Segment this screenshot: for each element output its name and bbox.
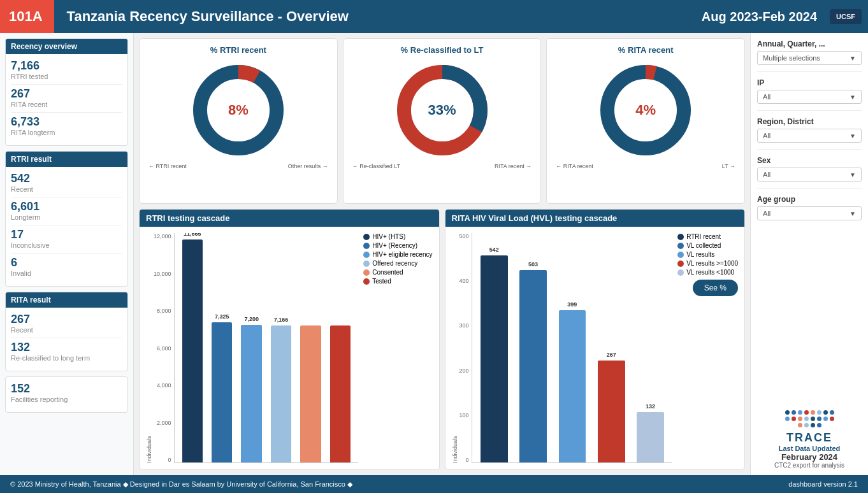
rtri-bar-rect xyxy=(300,325,321,462)
rita-bars-container: 542503399267132 xyxy=(472,233,673,462)
rtri-longterm-label: Longterm xyxy=(11,213,122,221)
rita-legend-label: VL results <1000 xyxy=(686,269,734,276)
chevron-down-icon-ip: ▼ xyxy=(850,94,856,101)
rita-y-label: 200 xyxy=(459,368,469,374)
facilities-body: 152 Facilities reporting xyxy=(6,377,127,412)
rita-legend-dot xyxy=(677,269,684,276)
rita-bar-rect: 132 xyxy=(637,412,664,462)
trace-dot xyxy=(830,417,834,421)
see-pct-button[interactable]: See % xyxy=(693,280,738,296)
trace-dot xyxy=(817,423,821,427)
trace-dots xyxy=(784,410,835,427)
rita-bar-value: 267 xyxy=(607,352,616,358)
sex-filter-select[interactable]: All ▼ xyxy=(757,168,862,182)
region-filter-label: Region, District xyxy=(757,117,862,126)
header-date: Aug 2023-Feb 2024 xyxy=(702,10,830,24)
rtri-bar-value: 7,325 xyxy=(215,313,229,320)
period-filter-select[interactable]: Multiple selections ▼ xyxy=(757,51,862,65)
rtri-longterm-stat: 6,601 Longterm xyxy=(11,200,122,221)
rita-result-body: 267 Recent 132 Re-classified to long ter… xyxy=(6,308,127,371)
rita-legend-dot xyxy=(677,261,684,267)
rtri-y-label: 4,000 xyxy=(157,382,171,389)
rtri-y-label: 10,000 xyxy=(154,271,171,277)
trace-dot xyxy=(830,410,834,415)
donut-value-1: 33% xyxy=(428,102,456,118)
rita-bar-value: 132 xyxy=(646,403,655,410)
rita-y-label: 0 xyxy=(466,457,469,463)
footer: © 2023 Ministry of Health, Tanzania ◆ De… xyxy=(0,475,868,493)
rtri-result-section: RTRI result 542 Recent 6,601 Longterm 17… xyxy=(5,151,128,287)
donut-wrapper-2: 4% xyxy=(598,62,693,158)
trace-dot xyxy=(804,423,809,427)
rita-result-recent-label: Recent xyxy=(11,326,122,334)
donut-value-0: 8% xyxy=(228,102,249,118)
age-filter-select[interactable]: All ▼ xyxy=(757,206,862,220)
rtri-chart-wrapper: Individuals 12,00010,0008,0006,0004,0002… xyxy=(146,233,358,463)
rtri-legend-item: Offered recency xyxy=(363,260,432,267)
rtri-inconclusive-number: 17 xyxy=(11,228,122,241)
rtri-y-label: 2,000 xyxy=(157,420,171,426)
rtri-y-labels: 12,00010,0008,0006,0004,0002,0000 xyxy=(154,233,174,463)
facilities-label: Facilities reporting xyxy=(11,396,122,403)
donut-card-2: % RITA recent4%← RITA recentLT → xyxy=(546,38,745,204)
rita-legend: RTRI recentVL collectedVL resultsVL resu… xyxy=(677,233,738,276)
rita-bar-value: 399 xyxy=(567,301,577,308)
rtri-inconclusive-label: Inconclusive xyxy=(11,241,122,249)
donut-annotations-2: ← RITA recentLT → xyxy=(553,163,738,169)
donut-row: % RTRI recent8%← RTRI recentOther result… xyxy=(139,38,745,204)
rita-cascade-body: Individuals 5004003002001000 54250339926… xyxy=(452,233,739,463)
region-filter: Region, District All ▼ xyxy=(757,117,862,143)
rtri-legend-dot xyxy=(363,269,370,276)
rita-chart-area: 542503399267132 xyxy=(472,233,673,463)
period-filter: Annual, Quarter, ... Multiple selections… xyxy=(757,39,862,65)
donut-card-0: % RTRI recent8%← RTRI recentOther result… xyxy=(139,38,338,204)
rtri-result-body: 542 Recent 6,601 Longterm 17 Inconclusiv… xyxy=(6,167,127,286)
donut-label2-1: RITA recent → xyxy=(495,163,532,169)
bar-row: RTRI testing cascade Individuals 12,0001… xyxy=(139,209,745,470)
period-filter-value: Multiple selections xyxy=(763,54,820,62)
rtri-bar-rect: 11,665 xyxy=(182,239,203,462)
region-filter-select[interactable]: All ▼ xyxy=(757,129,862,143)
rita-right-panel: RTRI recentVL collectedVL resultsVL resu… xyxy=(672,233,738,463)
rtri-legend-item: HIV+ (Recency) xyxy=(363,242,432,249)
trace-dot xyxy=(798,423,802,427)
age-filter: Age group All ▼ xyxy=(757,195,862,220)
rita-legend-label: VL collected xyxy=(686,242,721,249)
rtri-bar-value: 7,200 xyxy=(244,316,259,322)
rita-recent-stat: 267 RITA recent xyxy=(11,87,122,108)
sex-filter-value: All xyxy=(763,171,770,178)
trace-dot xyxy=(804,410,809,415)
rtri-recent-number: 542 xyxy=(11,172,122,185)
trace-dot xyxy=(798,410,802,415)
trace-updated-label: Last Data Updated xyxy=(779,445,841,452)
ip-filter: IP All ▼ xyxy=(757,78,862,104)
rita-recent-label: RITA recent xyxy=(11,101,122,108)
rita-cascade-card: RITA HIV Viral Load (HVL) testing cascad… xyxy=(445,209,746,470)
rtri-bar-rect xyxy=(330,325,351,462)
rita-bar-value: 542 xyxy=(489,246,499,253)
donut-card-1: % Re-classified to LT33%← Re-classified … xyxy=(343,38,542,204)
rtri-legend-item: Tested xyxy=(363,278,432,285)
rita-longterm-number: 6,733 xyxy=(11,115,122,129)
donut-value-2: 4% xyxy=(635,102,656,118)
recency-overview-section: Recency overview 7,166 RTRI tested 267 R… xyxy=(5,38,128,146)
sex-filter-label: Sex xyxy=(757,156,862,165)
trace-dot xyxy=(798,417,802,421)
rtri-bar xyxy=(298,233,323,462)
rita-legend-label: VL results xyxy=(686,251,714,258)
recency-overview-body: 7,166 RTRI tested 267 RITA recent 6,733 … xyxy=(6,54,127,145)
rita-bar: 399 xyxy=(555,233,589,462)
rtri-legend-label: Tested xyxy=(372,278,391,285)
footer-left: © 2023 Ministry of Health, Tanzania ◆ De… xyxy=(10,480,352,489)
rtri-y-label: 6,000 xyxy=(157,345,171,352)
rita-result-recent-stat: 267 Recent xyxy=(11,313,122,334)
rtri-bar: 11,665 xyxy=(180,233,205,462)
donut-label2-2: LT → xyxy=(722,163,735,169)
rtri-invalid-stat: 6 Invalid xyxy=(11,256,122,277)
rtri-bar: 7,325 xyxy=(209,233,235,462)
rita-legend-item: VL collected xyxy=(677,242,738,249)
header-logo: UCSF xyxy=(830,9,862,24)
rtri-chart-area: 11,6657,3257,2007,166 xyxy=(174,233,359,463)
rita-chart-wrapper: Individuals 5004003002001000 54250339926… xyxy=(452,233,673,463)
ip-filter-select[interactable]: All ▼ xyxy=(757,90,862,104)
